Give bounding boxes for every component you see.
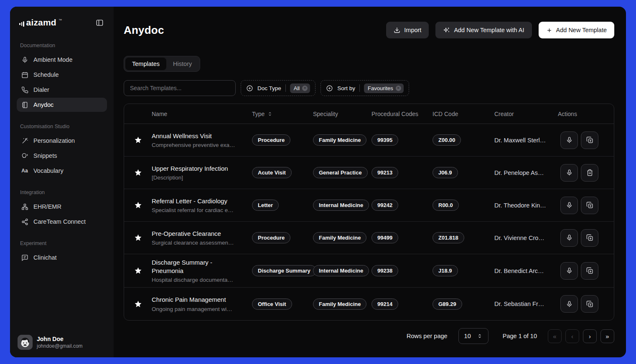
sort-by-value-badge[interactable]: Favourites ✕ xyxy=(364,83,404,93)
record-button[interactable] xyxy=(560,295,578,313)
doc-type-value-badge[interactable]: All ✕ xyxy=(290,83,310,93)
search-input[interactable] xyxy=(124,80,236,96)
mic-icon xyxy=(566,136,573,144)
duplicate-button[interactable] xyxy=(581,295,598,313)
sidebar-item-anydoc[interactable]: Anydoc xyxy=(17,98,107,112)
speciality-badge: Family Medicine xyxy=(313,232,366,243)
column-header-procedural-codes: Procedural Codes xyxy=(371,111,432,117)
sidebar-item-dialer[interactable]: Dialer xyxy=(17,83,107,97)
first-page-button[interactable]: « xyxy=(548,329,562,343)
table-row[interactable]: Pre-Operative ClearanceSurgical clearanc… xyxy=(124,222,614,254)
record-button[interactable] xyxy=(560,262,578,280)
type-badge: Procedure xyxy=(252,134,290,146)
sidebar-item-ambient-mode[interactable]: Ambient Mode xyxy=(17,53,107,67)
sidebar-collapse-button[interactable] xyxy=(94,17,105,28)
template-description: Surgical clearance assessmen… xyxy=(152,240,252,246)
speciality-badge: Family Medicine xyxy=(313,298,366,310)
next-page-button[interactable]: › xyxy=(583,329,597,343)
table-row[interactable]: Discharge Summary - PneumoniaHospital di… xyxy=(124,254,614,288)
sidebar-item-label: Vocabulary xyxy=(33,167,64,174)
template-description: Hospital discharge documenta… xyxy=(152,277,252,283)
type-badge: Office Visit xyxy=(252,298,292,310)
duplicate-button[interactable] xyxy=(581,229,598,247)
record-button[interactable] xyxy=(560,131,578,149)
sidebar-item-personalization[interactable]: Personalization xyxy=(17,134,107,148)
sidebar-item-label: Dialer xyxy=(33,86,49,93)
sidebar-item-snippets[interactable]: Snippets xyxy=(17,149,107,163)
avatar xyxy=(18,335,33,350)
template-name: Discharge Summary - Pneumonia xyxy=(152,258,252,275)
sort-by-filter[interactable]: Sort by Favourites ✕ xyxy=(321,80,409,96)
duplicate-button[interactable] xyxy=(581,262,598,280)
speech-omega-icon xyxy=(21,152,28,159)
download-icon xyxy=(394,27,400,33)
user-name: John Doe xyxy=(37,336,83,342)
template-description: [Description] xyxy=(152,174,252,181)
template-name: Pre-Operative Clearance xyxy=(152,230,252,238)
table-row[interactable]: Referral Letter - CardiologySpecialist r… xyxy=(124,189,614,222)
duplicate-button[interactable] xyxy=(581,197,598,214)
table-row[interactable]: Upper Respiratory Infection[Description]… xyxy=(124,157,614,189)
last-page-button[interactable]: » xyxy=(600,329,614,343)
rows-per-page-select[interactable]: 10 xyxy=(458,328,488,344)
record-button[interactable] xyxy=(560,164,578,182)
table-row[interactable]: Annual Wellness VisitComprehensive preve… xyxy=(124,124,614,157)
notebook-icon xyxy=(21,101,28,109)
sidebar-item-ehr-emr[interactable]: EHR/EMR xyxy=(17,200,107,214)
sidebar: aizamd ™ Documentation Ambient Mode xyxy=(10,7,114,357)
doc-type-filter[interactable]: Doc Type All ✕ xyxy=(241,80,315,96)
desktop-frame: aizamd ™ Documentation Ambient Mode xyxy=(0,0,636,364)
add-template-ai-button[interactable]: Add New Template with AI xyxy=(435,22,532,38)
clear-sort-icon[interactable]: ✕ xyxy=(396,86,401,91)
user-profile[interactable]: John Doe johndoe@gmail.com xyxy=(17,332,107,351)
column-header-icd-code: ICD Code xyxy=(432,111,494,117)
sidebar-item-clinichat[interactable]: Clinichat xyxy=(17,250,107,265)
column-header-type: Type xyxy=(252,111,313,117)
prev-page-button[interactable]: ‹ xyxy=(565,329,579,343)
mic-icon xyxy=(566,234,573,241)
creator-name: Dr. Sebastian Fr… xyxy=(494,301,558,307)
tab-history[interactable]: History xyxy=(166,58,198,70)
delete-button[interactable] xyxy=(581,164,598,182)
record-button[interactable] xyxy=(560,229,578,247)
import-button[interactable]: Import xyxy=(386,22,429,38)
clear-filter-icon[interactable]: ✕ xyxy=(302,86,308,91)
table-row[interactable]: Chronic Pain ManagementOngoing pain mana… xyxy=(124,288,614,320)
template-name: Upper Respiratory Infection xyxy=(152,164,252,173)
sparkles-icon xyxy=(443,27,450,34)
section-label-experiment: Experiment xyxy=(20,240,104,246)
plus-circle-icon xyxy=(246,85,253,92)
template-name: Chronic Pain Management xyxy=(152,296,252,304)
copy-plus-icon xyxy=(586,301,593,308)
icd-code-badge: J06.9 xyxy=(432,167,458,178)
type-badge: Procedure xyxy=(252,232,290,243)
record-button[interactable] xyxy=(560,197,578,214)
section-label-documentation: Documentation xyxy=(20,43,104,48)
sidebar-item-vocabulary[interactable]: Aa Vocabulary xyxy=(17,164,107,178)
favourite-star-icon[interactable] xyxy=(134,201,142,209)
favourite-star-icon[interactable] xyxy=(134,300,142,308)
copy-plus-icon xyxy=(586,234,593,241)
type-badge: Letter xyxy=(252,200,279,211)
speciality-badge: General Practice xyxy=(313,167,368,178)
tab-templates[interactable]: Templates xyxy=(125,58,166,70)
favourite-star-icon[interactable] xyxy=(134,234,142,242)
icd-code-badge: J18.9 xyxy=(432,265,458,276)
duplicate-button[interactable] xyxy=(581,131,598,149)
favourite-star-icon[interactable] xyxy=(134,136,142,144)
sidebar-item-label: CareTeam Connect xyxy=(33,218,86,225)
section-label-customisation-studio: Customisation Studio xyxy=(20,124,104,129)
creator-name: Dr. Benedict Arc… xyxy=(494,268,558,274)
app-window: aizamd ™ Documentation Ambient Mode xyxy=(10,7,626,357)
favourite-star-icon[interactable] xyxy=(134,169,142,177)
mic-icon xyxy=(566,169,573,176)
favourite-star-icon[interactable] xyxy=(134,267,142,275)
sidebar-item-label: EHR/EMR xyxy=(33,203,61,210)
add-template-button[interactable]: Add New Template xyxy=(539,22,614,38)
type-badge: Discharge Summary xyxy=(252,265,316,276)
sort-chevrons-icon[interactable] xyxy=(267,111,273,117)
sidebar-item-careteam-connect[interactable]: CareTeam Connect xyxy=(17,215,107,229)
sidebar-item-schedule[interactable]: Schedule xyxy=(17,68,107,82)
creator-name: Dr. Maxwell Sterl… xyxy=(494,137,558,144)
mic-icon xyxy=(21,56,28,63)
